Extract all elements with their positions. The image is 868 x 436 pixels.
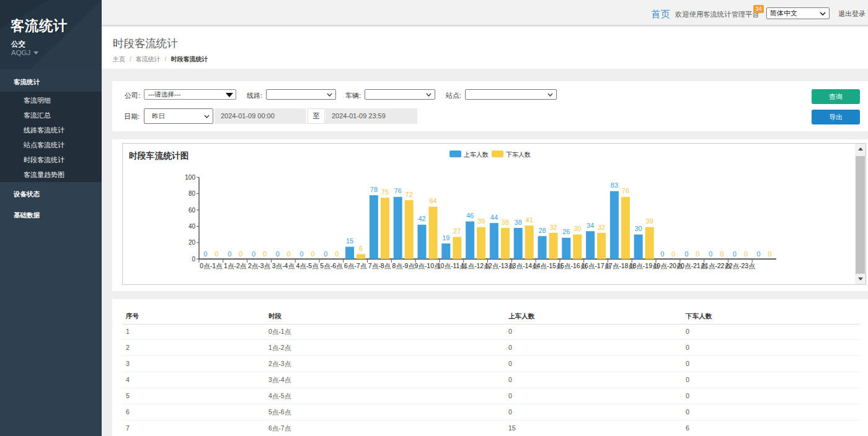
svg-text:72: 72 [405,191,413,198]
svg-text:6点-7点: 6点-7点 [344,262,367,269]
svg-text:28: 28 [538,227,546,234]
svg-text:60: 60 [188,207,196,214]
svg-text:0: 0 [768,250,772,258]
svg-text:2点-3点: 2点-3点 [248,262,271,269]
svg-text:76: 76 [622,187,629,194]
svg-text:39: 39 [645,217,653,225]
svg-text:0: 0 [287,250,291,258]
svg-text:4点-5点: 4点-5点 [296,262,319,269]
svg-text:6: 6 [359,245,363,252]
svg-text:0: 0 [671,250,675,258]
svg-text:0: 0 [276,250,280,258]
svg-text:34: 34 [587,222,594,229]
svg-text:0: 0 [335,250,339,258]
svg-text:8点-9点: 8点-9点 [392,262,415,269]
svg-text:0: 0 [300,250,304,258]
svg-text:下车人数: 下车人数 [506,151,531,158]
svg-text:0: 0 [252,250,255,258]
svg-text:0: 0 [228,250,231,258]
svg-text:15: 15 [346,237,353,245]
svg-text:44: 44 [490,214,498,221]
svg-text:78: 78 [370,186,378,193]
svg-text:0点-1点: 0点-1点 [200,262,223,269]
svg-text:76: 76 [394,187,402,194]
svg-text:27: 27 [453,227,461,235]
svg-text:7点-8点: 7点-8点 [368,262,391,269]
svg-text:0: 0 [684,250,688,258]
svg-text:0: 0 [733,250,737,258]
svg-text:0: 0 [720,250,724,258]
svg-text:0: 0 [311,250,315,258]
svg-text:0: 0 [192,256,195,263]
svg-text:26: 26 [562,228,570,235]
svg-text:19: 19 [442,234,450,242]
svg-text:100: 100 [185,174,195,181]
svg-text:0: 0 [263,250,267,258]
svg-text:20: 20 [188,239,196,246]
svg-text:5点-6点: 5点-6点 [320,262,343,269]
svg-text:83: 83 [611,181,618,189]
svg-text:38: 38 [515,219,522,226]
svg-text:0: 0 [324,250,327,258]
svg-text:1点-2点: 1点-2点 [224,262,247,269]
svg-text:41: 41 [526,216,533,224]
svg-text:39: 39 [477,217,485,225]
svg-text:22点-23点: 22点-23点 [725,262,755,269]
svg-text:0: 0 [709,250,712,258]
svg-text:32: 32 [598,224,605,231]
svg-text:0: 0 [744,250,748,258]
svg-text:时段车流统计图: 时段车流统计图 [129,150,189,160]
svg-text:上车人数: 上车人数 [463,151,489,158]
svg-text:0: 0 [696,250,699,258]
svg-text:42: 42 [418,215,425,222]
svg-text:64: 64 [429,197,436,204]
svg-text:46: 46 [466,212,474,219]
svg-text:0: 0 [239,250,242,258]
svg-text:30: 30 [574,225,581,232]
svg-text:0: 0 [660,250,664,258]
svg-text:3点-4点: 3点-4点 [272,262,295,269]
svg-text:0: 0 [215,250,218,258]
svg-text:75: 75 [381,188,389,196]
svg-text:38: 38 [502,219,509,226]
svg-text:32: 32 [549,224,557,231]
svg-text:0: 0 [203,250,207,258]
svg-text:80: 80 [188,190,196,197]
svg-text:0: 0 [757,250,761,258]
svg-text:30: 30 [634,225,642,232]
svg-text:40: 40 [188,223,196,230]
